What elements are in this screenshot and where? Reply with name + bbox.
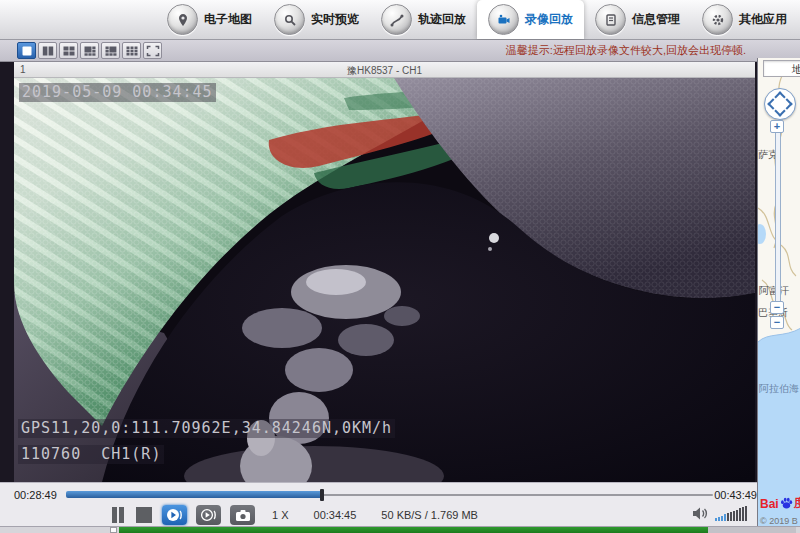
osd-timestamp: 2019-05-09 00:34:45 xyxy=(19,83,216,102)
buffer-fill xyxy=(119,527,708,533)
nav-label: 其他应用 xyxy=(739,11,787,28)
nav-item-video-playback[interactable]: 录像回放 xyxy=(477,0,584,39)
speaker-icon xyxy=(691,506,709,521)
layout-2-split-button[interactable] xyxy=(38,42,57,59)
map-label: 阿拉伯海 xyxy=(759,382,799,396)
range-end-time: 00:43:49 xyxy=(714,489,757,501)
map-zoom-in-button[interactable]: + xyxy=(770,120,784,133)
buffer-start-marker xyxy=(110,527,117,533)
route-icon xyxy=(381,4,412,35)
view-toolbar: 温馨提示:远程回放录像文件较大,回放会出现停顿. xyxy=(0,40,800,62)
buffer-strip xyxy=(0,526,800,533)
gear-icon xyxy=(702,4,733,35)
osd-gps-text: GPS11,20,0:111.70962E,34.84246N,0KM/h xyxy=(18,419,395,438)
dvr-playback-app: { "nav": { "items": [ {"label": "电子地图"},… xyxy=(0,0,800,533)
video-stage: 1 豫HK8537 - CH1 xyxy=(0,62,757,482)
transport-controls: 1 X 00:34:45 50 KB/S / 1.769 MB xyxy=(110,503,478,527)
baidu-logo[interactable]: Bai 度 xyxy=(760,495,800,512)
layout-8-split-button[interactable] xyxy=(101,42,120,59)
baidu-logo-text-right: 度 xyxy=(794,495,800,512)
top-navigation: 电子地图 实时预览 轨迹回放 录像回放 信息管理 其他应用 xyxy=(0,0,800,40)
progress-fill xyxy=(66,491,322,498)
map-pin-icon xyxy=(167,4,198,35)
video-frame[interactable]: 2019-05-09 00:34:45 GPS11,20,0:111.70962… xyxy=(14,78,755,482)
magnifier-icon xyxy=(274,4,305,35)
baidu-paw-icon xyxy=(780,497,793,510)
layout-6-split-button[interactable] xyxy=(80,42,99,59)
snapshot-button[interactable] xyxy=(230,505,255,525)
pause-button[interactable] xyxy=(110,506,126,524)
map-sidebar: 萨克 阿富汗 巴基斯 阿拉伯海 地 + − − Bai 度 © 2019 B xyxy=(757,58,800,526)
map-attribution: © 2019 B xyxy=(760,516,798,526)
volume-bars xyxy=(715,506,747,521)
playback-control-bar: 00:28:49 00:43:49 1 X 00:34:45 50 KB/S /… xyxy=(0,482,757,526)
map-zoom-slider[interactable] xyxy=(775,133,781,301)
osd-device-text: 110760 CH1(R) xyxy=(18,445,164,464)
playback-warning-text: 温馨提示:远程回放录像文件较大,回放会出现停顿. xyxy=(506,43,746,58)
stop-button[interactable] xyxy=(135,506,153,524)
nav-item-track-playback[interactable]: 轨迹回放 xyxy=(370,0,477,39)
layout-4-split-button[interactable] xyxy=(59,42,78,59)
seek-thumb[interactable] xyxy=(320,489,324,501)
map-type-tab[interactable]: 地 xyxy=(763,60,800,77)
video-pane-title: 豫HK8537 - CH1 xyxy=(14,64,755,78)
nav-item-info-management[interactable]: 信息管理 xyxy=(584,0,691,39)
current-time-label: 00:34:45 xyxy=(314,509,357,521)
nav-item-other-apps[interactable]: 其他应用 xyxy=(691,0,798,39)
document-icon xyxy=(595,4,626,35)
nav-item-emap[interactable]: 电子地图 xyxy=(156,0,263,39)
volume-control[interactable] xyxy=(691,505,747,521)
stream-info-label: 50 KB/S / 1.769 MB xyxy=(381,509,478,521)
speed-label: 1 X xyxy=(272,509,289,521)
video-pane-header: 1 豫HK8537 - CH1 xyxy=(14,62,755,78)
nav-label: 信息管理 xyxy=(632,11,680,28)
map-label: 阿富汗 xyxy=(759,284,789,298)
layout-9-split-button[interactable] xyxy=(122,42,141,59)
range-start-time: 00:28:49 xyxy=(14,489,57,501)
nav-label: 录像回放 xyxy=(525,11,573,28)
nav-label: 实时预览 xyxy=(311,11,359,28)
nav-label: 电子地图 xyxy=(204,11,252,28)
play-button[interactable] xyxy=(162,505,187,525)
map-zoom-slider-handle[interactable]: − xyxy=(770,301,784,314)
buffer-track xyxy=(119,527,796,533)
video-camera-icon xyxy=(488,4,519,35)
seek-bar[interactable] xyxy=(66,489,713,501)
baidu-logo-text-left: Bai xyxy=(760,497,779,511)
nav-label: 轨迹回放 xyxy=(418,11,466,28)
map-pan-control[interactable] xyxy=(764,88,796,120)
nav-item-live-preview[interactable]: 实时预览 xyxy=(263,0,370,39)
map-zoom-out-button[interactable]: − xyxy=(770,316,784,329)
fullscreen-button[interactable] xyxy=(143,42,162,59)
layout-single-button[interactable] xyxy=(17,42,36,59)
frame-play-button[interactable] xyxy=(196,505,221,525)
